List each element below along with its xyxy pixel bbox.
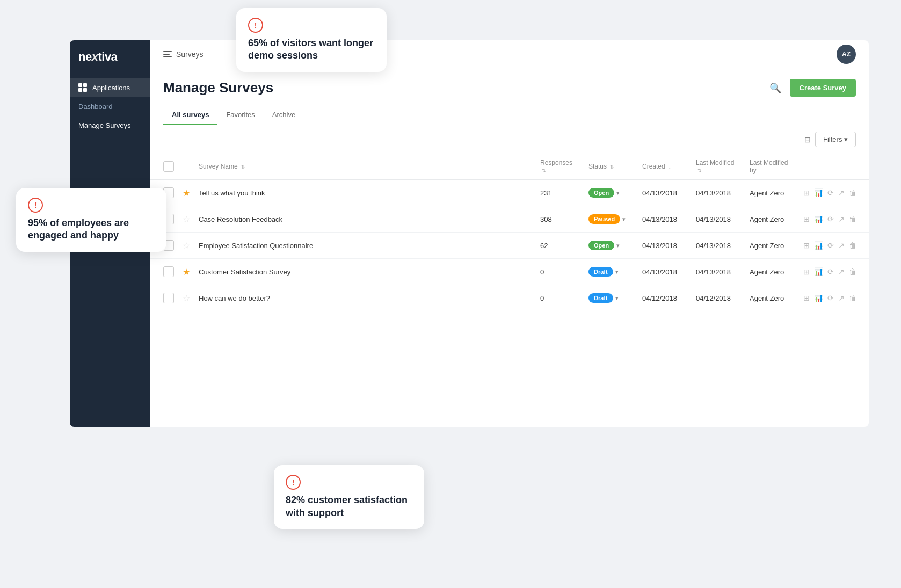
star-icon-0[interactable]: ★ xyxy=(183,188,190,198)
delete-icon-0[interactable]: 🗑 xyxy=(849,188,856,197)
tab-all-surveys[interactable]: All surveys xyxy=(163,105,217,125)
status-dropdown-4[interactable]: ▾ xyxy=(615,295,619,302)
chart-icon-0[interactable]: 📊 xyxy=(814,188,823,197)
actions-cell-1: ⊞ 📊 ⟳ ↗ 🗑 xyxy=(799,206,869,233)
sidebar-item-dashboard[interactable]: Dashboard xyxy=(70,97,150,116)
copy-icon-4[interactable]: ⊞ xyxy=(803,294,810,302)
responses-cell-0: 231 xyxy=(536,180,584,206)
delete-icon-3[interactable]: 🗑 xyxy=(849,267,856,276)
status-badge-3[interactable]: Draft xyxy=(588,267,613,277)
export-icon-3[interactable]: ↗ xyxy=(838,267,845,276)
search-button[interactable]: 🔍 xyxy=(767,80,783,96)
sidebar-item-manage-surveys[interactable]: Manage Surveys xyxy=(70,116,150,135)
responses-cell-4: 0 xyxy=(536,285,584,311)
tooltip-text-left: 95% of employees are engaged and happy xyxy=(28,217,155,242)
sort-arrow-name[interactable]: ⇅ xyxy=(241,164,245,170)
avatar: AZ xyxy=(837,45,856,64)
created-cell-4: 04/12/2018 xyxy=(638,285,692,311)
delete-icon-2[interactable]: 🗑 xyxy=(849,241,856,250)
filter-icon: ⊟ xyxy=(804,135,811,144)
status-badge-1[interactable]: Paused xyxy=(588,214,620,224)
star-icon-1[interactable]: ☆ xyxy=(183,215,190,224)
share-icon-1[interactable]: ⟳ xyxy=(827,215,834,223)
th-responses: Responses ⇅ xyxy=(536,154,584,180)
star-icon-4[interactable]: ☆ xyxy=(183,294,190,303)
status-cell-3: Draft ▾ xyxy=(584,259,638,285)
export-icon-1[interactable]: ↗ xyxy=(838,215,845,223)
chart-icon-3[interactable]: 📊 xyxy=(814,267,823,276)
created-cell-1: 04/13/2018 xyxy=(638,206,692,233)
export-icon-2[interactable]: ↗ xyxy=(838,241,845,250)
copy-icon-0[interactable]: ⊞ xyxy=(803,188,810,197)
name-cell-1: Case Resolution Feedback xyxy=(194,206,536,233)
share-icon-0[interactable]: ⟳ xyxy=(827,188,834,197)
actions-cell-2: ⊞ 📊 ⟳ ↗ 🗑 xyxy=(799,233,869,259)
create-survey-button[interactable]: Create Survey xyxy=(790,79,856,97)
copy-icon-3[interactable]: ⊞ xyxy=(803,267,810,276)
tab-favorites[interactable]: Favorites xyxy=(217,105,263,125)
star-icon-3[interactable]: ★ xyxy=(183,267,190,277)
table-row: ★ Tell us what you think 231 Open ▾ 04/1… xyxy=(150,180,869,206)
sidebar-item-applications[interactable]: Applications xyxy=(70,78,150,97)
status-badge-2[interactable]: Open xyxy=(588,241,614,250)
checkbox-cell-3 xyxy=(150,259,178,285)
responses-cell-2: 62 xyxy=(536,233,584,259)
export-icon-0[interactable]: ↗ xyxy=(838,188,845,197)
grid-icon xyxy=(78,83,87,92)
actions-cell-3: ⊞ 📊 ⟳ ↗ 🗑 xyxy=(799,259,869,285)
modified-cell-1: 04/13/2018 xyxy=(692,206,745,233)
modified-cell-4: 04/12/2018 xyxy=(692,285,745,311)
name-cell-0: Tell us what you think xyxy=(194,180,536,206)
modified-by-cell-3: Agent Zero xyxy=(745,259,799,285)
main-content: Surveys AZ Manage Surveys 🔍 Create Surve… xyxy=(150,40,869,427)
tabs: All surveys Favorites Archive xyxy=(150,105,869,125)
chart-icon-4[interactable]: 📊 xyxy=(814,294,823,302)
copy-icon-2[interactable]: ⊞ xyxy=(803,241,810,250)
sort-arrow-created[interactable]: ↓ xyxy=(669,164,671,170)
star-cell-0: ★ xyxy=(178,180,194,206)
tab-archive[interactable]: Archive xyxy=(264,105,304,125)
chart-icon-2[interactable]: 📊 xyxy=(814,241,823,250)
tooltip-bubble-left: ! 95% of employees are engaged and happy xyxy=(16,188,166,252)
status-badge-4[interactable]: Draft xyxy=(588,293,613,303)
sidebar-nav: Applications Dashboard Manage Surveys xyxy=(70,74,150,139)
delete-icon-1[interactable]: 🗑 xyxy=(849,215,856,223)
sort-arrow-responses[interactable]: ⇅ xyxy=(542,168,546,173)
star-cell-3: ★ xyxy=(178,259,194,285)
status-badge-0[interactable]: Open xyxy=(588,188,614,198)
filter-button[interactable]: Filters ▾ xyxy=(815,132,856,147)
sort-arrow-status[interactable]: ⇅ xyxy=(610,164,614,170)
status-dropdown-2[interactable]: ▾ xyxy=(616,242,620,249)
status-dropdown-1[interactable]: ▾ xyxy=(622,216,626,223)
th-survey-name: Survey Name ⇅ xyxy=(194,154,536,180)
export-icon-4[interactable]: ↗ xyxy=(838,294,845,302)
topbar-surveys-text: Surveys xyxy=(176,50,204,59)
copy-icon-1[interactable]: ⊞ xyxy=(803,215,810,223)
share-icon-3[interactable]: ⟳ xyxy=(827,267,834,276)
sort-arrow-modified[interactable]: ⇅ xyxy=(697,168,702,173)
logo-text: nextiva xyxy=(78,50,117,64)
star-cell-4: ☆ xyxy=(178,285,194,311)
modified-cell-3: 04/13/2018 xyxy=(692,259,745,285)
status-cell-2: Open ▾ xyxy=(584,233,638,259)
delete-icon-4[interactable]: 🗑 xyxy=(849,294,856,302)
select-all-checkbox[interactable] xyxy=(163,161,174,172)
th-status: Status ⇅ xyxy=(584,154,638,180)
chart-icon-1[interactable]: 📊 xyxy=(814,215,823,223)
status-cell-0: Open ▾ xyxy=(584,180,638,206)
star-cell-1: ☆ xyxy=(178,206,194,233)
status-dropdown-0[interactable]: ▾ xyxy=(616,190,620,197)
share-icon-2[interactable]: ⟳ xyxy=(827,241,834,250)
row-checkbox-4[interactable] xyxy=(163,293,174,303)
th-modified-by: Last Modified by xyxy=(745,154,799,180)
applications-label: Applications xyxy=(92,84,130,92)
logo: nextiva xyxy=(70,40,150,74)
modified-cell-0: 04/13/2018 xyxy=(692,180,745,206)
page-title: Manage Surveys xyxy=(163,79,273,96)
surveys-nav-label: Surveys xyxy=(163,50,204,59)
status-dropdown-3[interactable]: ▾ xyxy=(615,268,619,275)
star-icon-2[interactable]: ☆ xyxy=(183,241,190,250)
exclamation-icon-top: ! xyxy=(248,18,263,33)
row-checkbox-3[interactable] xyxy=(163,266,174,277)
share-icon-4[interactable]: ⟳ xyxy=(827,294,834,302)
